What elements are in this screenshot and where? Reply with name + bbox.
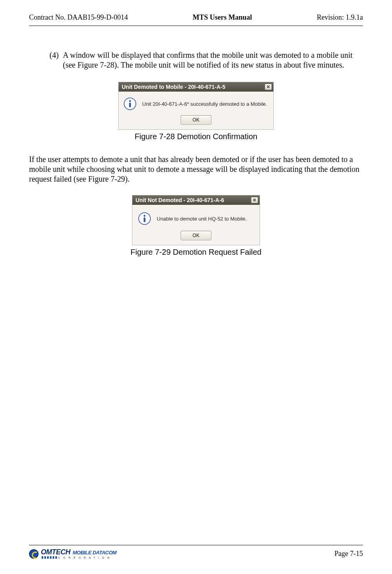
logo-stripes-icon xyxy=(42,556,57,559)
mid-paragraph: If the user attempts to demote a unit th… xyxy=(29,155,363,184)
demotion-confirm-dialog: Unit Demoted to Mobile - 20I-40-671-A-5 … xyxy=(118,82,274,130)
ok-button[interactable]: OK xyxy=(181,115,211,125)
svg-rect-5 xyxy=(144,217,146,222)
page-number: Page 7-15 xyxy=(335,550,363,558)
logo-text-main: OMTECH xyxy=(41,548,70,556)
close-icon: ✕ xyxy=(266,85,270,89)
svg-point-1 xyxy=(129,100,131,102)
revision: Revision: 1.9.1a xyxy=(317,13,363,22)
figure-caption-b: Figure 7-29 Demotion Request Failed xyxy=(29,248,363,257)
doc-title: MTS Users Manual xyxy=(192,13,252,22)
close-button[interactable]: ✕ xyxy=(251,197,258,203)
close-icon: ✕ xyxy=(253,198,256,202)
dialog-message: Unable to demote unit HQ-52 to Mobile. xyxy=(157,216,247,222)
svg-point-4 xyxy=(144,215,146,217)
info-icon xyxy=(138,212,151,225)
ok-button[interactable]: OK xyxy=(181,231,211,240)
dialog-message: Unit 20I-40-671-A-6* successfully demote… xyxy=(142,101,267,107)
contract-number: Contract No. DAAB15-99-D-0014 xyxy=(29,13,128,22)
step-text: A window will be displayed that confirms… xyxy=(63,50,362,70)
demotion-failed-dialog: Unit Not Demoted - 20I-40-671-A-6 ✕ Unab… xyxy=(132,195,260,245)
dialog-titlebar: Unit Not Demoted - 20I-40-671-A-6 ✕ xyxy=(132,195,260,205)
company-logo: OMTECH MOBILE DATACOM C O R P O R A T I … xyxy=(29,548,117,559)
logo-corp-text: C O R P O R A T I O N xyxy=(58,556,110,559)
dialog-title-text: Unit Not Demoted - 20I-40-671-A-6 xyxy=(136,197,251,203)
figure-caption-a: Figure 7-28 Demotion Confirmation xyxy=(29,132,363,141)
logo-emblem-icon xyxy=(29,549,38,559)
svg-rect-2 xyxy=(129,103,131,107)
close-button[interactable]: ✕ xyxy=(265,84,272,90)
footer-rule xyxy=(29,545,363,545)
step-marker: (4) xyxy=(49,50,63,60)
info-icon xyxy=(123,97,137,110)
logo-text-sub: MOBILE DATACOM xyxy=(73,550,117,556)
dialog-title-text: Unit Demoted to Mobile - 20I-40-671-A-5 xyxy=(122,84,265,90)
dialog-titlebar: Unit Demoted to Mobile - 20I-40-671-A-5 … xyxy=(119,82,273,92)
